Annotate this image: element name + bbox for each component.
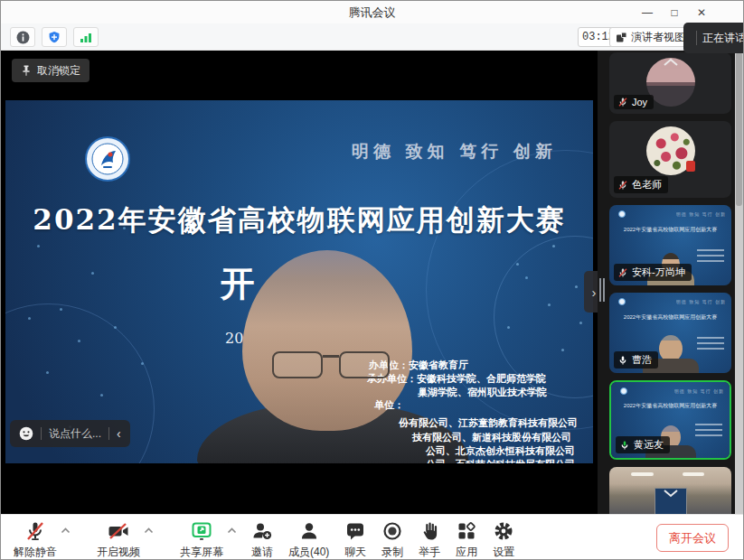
participant-tile-wanshangkun[interactable]: 明德 致知 笃行 创新 2022年安徽省高校物联网应用创新大赛 安科-万尚坤 xyxy=(609,205,731,285)
slide-org-line: 公司、百科荣创科技发展有限公司 xyxy=(426,458,575,463)
scroll-up-icon[interactable] xyxy=(663,58,679,67)
slide-org-line: 公司、北京杰创永恒科技有限公司 xyxy=(426,444,575,458)
record-label: 录制 xyxy=(381,545,403,560)
main-video-pinned: 明德 致知 笃行 创新 2022年安徽省高校物联网应用创新大赛 开 2022年 … xyxy=(1,51,598,514)
apps-label: 应用 xyxy=(456,545,477,560)
chat-placeholder: 说点什么... xyxy=(49,426,101,442)
participants-sidebar: Joy 色老师 明德 致知 笃行 创新 2022年安徽省高校物联网应用创新大赛 xyxy=(598,51,744,514)
meeting-info-button[interactable] xyxy=(10,27,35,47)
record-button[interactable]: 录制 xyxy=(381,519,403,560)
quick-chat-input[interactable]: 说点什么... ‹ xyxy=(10,420,130,447)
speaking-toast-text: 正在讲话 xyxy=(702,31,743,46)
info-icon xyxy=(16,31,30,44)
speaking-toast: 正在讲话 xyxy=(683,23,743,53)
slide-org-line: 单位： xyxy=(374,398,404,412)
participant-tile-meeting-room[interactable] xyxy=(609,467,731,514)
participant-name-badge: 黄远友 xyxy=(616,436,670,453)
mini-logo xyxy=(618,298,626,305)
share-screen-label: 共享屏幕 xyxy=(180,545,223,560)
participant-tile-caohao[interactable]: 明德 致知 笃行 创新 2022年安徽省高校物联网应用创新大赛 曹浩 xyxy=(609,293,731,373)
minimize-button[interactable]: — xyxy=(634,1,661,23)
participant-name: 色老师 xyxy=(632,178,662,191)
emoji-icon[interactable] xyxy=(19,426,33,441)
leave-meeting-label: 离开会议 xyxy=(669,531,716,545)
slide-motto: 明德 致知 笃行 创新 xyxy=(352,140,557,163)
chat-icon xyxy=(344,520,366,542)
unpin-button[interactable]: 取消锁定 xyxy=(12,59,89,82)
mini-slide-title: 2022年安徽省高校物联网应用创新大赛 xyxy=(611,226,730,234)
toolbar-left-group: 解除静音 开启视频 xyxy=(14,519,153,560)
panel-drag-handle[interactable] xyxy=(599,278,607,302)
toast-divider xyxy=(696,31,697,45)
chat-divider xyxy=(108,427,109,440)
unmute-label: 解除静音 xyxy=(14,545,57,560)
topbar-status-icons xyxy=(10,27,99,47)
network-signal-button[interactable] xyxy=(73,27,99,47)
record-icon xyxy=(381,520,403,542)
window-title: 腾讯会议 xyxy=(1,5,743,21)
unmute-button[interactable]: 解除静音 xyxy=(14,519,57,560)
sidebar-expand-tab[interactable]: › xyxy=(584,271,598,313)
participant-name-badge: Joy xyxy=(614,95,654,109)
scrollbar-thumb[interactable] xyxy=(736,52,742,206)
minimize-icon: — xyxy=(642,6,653,19)
chevron-up-icon[interactable] xyxy=(144,527,154,534)
start-video-label: 开启视频 xyxy=(97,545,140,560)
mini-slide-title: 2022年安徽省高校物联网应用创新大赛 xyxy=(613,402,728,410)
layout-view-icon xyxy=(616,32,627,43)
slide-subtitle: 开 xyxy=(221,261,255,307)
avatar-stamp xyxy=(686,161,695,172)
mini-logo xyxy=(620,387,627,395)
participant-name: 安科-万尚坤 xyxy=(632,266,685,279)
apps-button[interactable]: 应用 xyxy=(456,519,477,560)
speaker-view-label: 演讲者视图 xyxy=(631,30,685,45)
slide-org-line: 技有限公司、新道科技股份有限公司 xyxy=(412,431,571,444)
leave-meeting-button[interactable]: 离开会议 xyxy=(656,524,729,552)
start-video-button[interactable]: 开启视频 xyxy=(97,519,140,560)
raise-hand-icon xyxy=(419,520,439,542)
participant-name-badge: 安科-万尚坤 xyxy=(614,264,692,281)
chevron-up-icon[interactable] xyxy=(61,527,71,534)
speaker-view-button[interactable]: 演讲者视图 xyxy=(609,27,692,47)
chat-divider xyxy=(41,427,42,440)
university-logo xyxy=(85,136,130,182)
scroll-down-icon[interactable] xyxy=(663,489,679,498)
bottom-toolbar: 解除静音 开启视频 共享屏幕 邀请 成员(40) xyxy=(1,514,743,560)
settings-button[interactable]: 设置 xyxy=(493,519,514,560)
participant-tile-laoshi[interactable]: 色老师 xyxy=(609,121,731,198)
participant-name: Joy xyxy=(632,97,647,107)
maximize-icon: □ xyxy=(671,6,677,19)
members-button[interactable]: 成员(40) xyxy=(288,519,329,560)
raise-hand-button[interactable]: 举手 xyxy=(419,519,440,560)
share-screen-icon xyxy=(191,520,212,542)
decor-dots xyxy=(60,308,62,311)
security-shield-button[interactable] xyxy=(42,27,67,47)
toolbar-center-group: 共享屏幕 邀请 成员(40) 聊天 录制 举手 xyxy=(180,519,514,560)
shared-screen-slide: 明德 致知 笃行 创新 2022年安徽省高校物联网应用创新大赛 开 2022年 … xyxy=(5,100,593,463)
raise-hand-label: 举手 xyxy=(419,545,440,560)
chat-button[interactable]: 聊天 xyxy=(344,519,366,560)
invite-button[interactable]: 邀请 xyxy=(251,519,273,560)
chat-collapse-icon[interactable]: ‹ xyxy=(117,426,121,441)
maximize-button[interactable]: □ xyxy=(661,1,688,23)
slide-org-line: 巢湖学院、宿州职业技术学院 xyxy=(418,386,547,399)
share-screen-button[interactable]: 共享屏幕 xyxy=(180,519,223,560)
participant-name-badge: 色老师 xyxy=(614,176,668,193)
window-controls: — □ ✕ xyxy=(634,1,715,23)
sidebar-scrollbar[interactable] xyxy=(735,51,743,514)
participant-name: 黄远友 xyxy=(634,438,664,452)
participant-tile-huangyuanyou-active[interactable]: 明德 致知 笃行 创新 2022年安徽省高校物联网应用创新大赛 黄远友 xyxy=(609,380,731,460)
mini-motto: 明德 致知 笃行 创新 xyxy=(674,388,724,394)
participant-tile-joy[interactable]: Joy xyxy=(609,52,731,114)
members-icon xyxy=(298,520,320,542)
decor-dots xyxy=(525,276,528,279)
presenter-glasses xyxy=(272,351,390,380)
close-button[interactable]: ✕ xyxy=(688,1,715,23)
expand-icon: › xyxy=(592,285,597,300)
invite-icon xyxy=(251,520,273,542)
invite-label: 邀请 xyxy=(251,545,273,560)
mic-muted-icon xyxy=(617,267,628,278)
chevron-up-icon[interactable] xyxy=(227,527,237,534)
slide-org-line: 份有限公司、江苏童韵教育科技有限公司 xyxy=(399,416,578,430)
close-icon: ✕ xyxy=(697,6,706,19)
